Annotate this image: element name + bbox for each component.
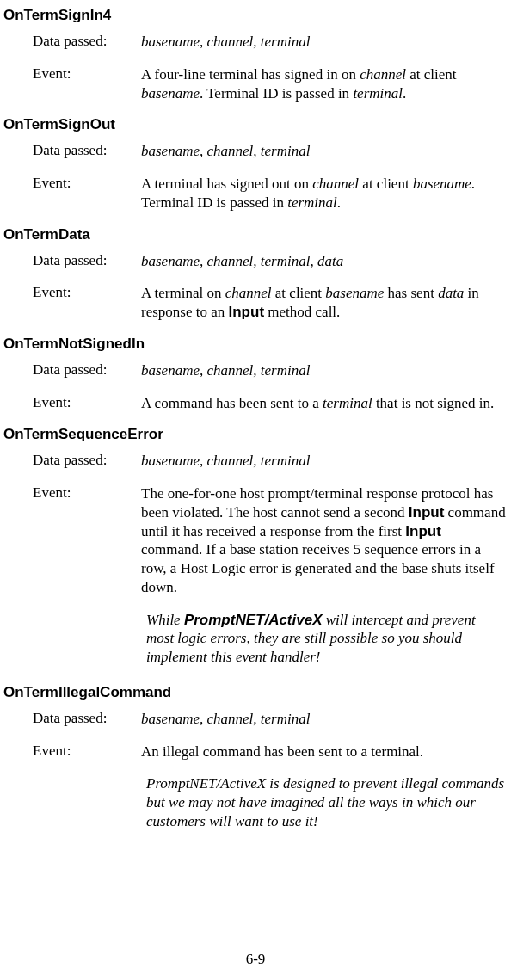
data-passed-label: Data passed: <box>33 252 141 271</box>
data-passed-row: Data passed:basename, channel, terminal <box>33 710 511 729</box>
data-passed-label: Data passed: <box>33 142 141 161</box>
data-passed-label: Data passed: <box>33 710 141 729</box>
data-passed-value: basename, channel, terminal <box>141 452 511 471</box>
data-passed-value: basename, channel, terminal <box>141 361 511 380</box>
section-title: OnTermSignIn4 <box>3 7 511 24</box>
data-passed-row: Data passed:basename, channel, terminal <box>33 33 511 52</box>
data-passed-label: Data passed: <box>33 33 141 52</box>
event-label: Event: <box>33 484 141 597</box>
data-passed-value: basename, channel, terminal, data <box>141 252 511 271</box>
section-title: OnTermData <box>3 226 511 243</box>
event-label: Event: <box>33 394 141 413</box>
event-label: Event: <box>33 65 141 103</box>
data-passed-row: Data passed:basename, channel, terminal <box>33 361 511 380</box>
data-passed-row: Data passed:basename, channel, terminal,… <box>33 252 511 271</box>
event-row: Event:The one-for-one host prompt/termin… <box>33 484 511 597</box>
event-value: The one-for-one host prompt/terminal res… <box>141 484 511 597</box>
event-value: A four-line terminal has signed in on ch… <box>141 65 511 103</box>
event-value: A terminal on channel at client basename… <box>141 284 511 322</box>
data-passed-value: basename, channel, terminal <box>141 33 511 52</box>
event-row: Event:A terminal on channel at client ba… <box>33 284 511 322</box>
data-passed-label: Data passed: <box>33 361 141 380</box>
event-label: Event: <box>33 175 141 213</box>
data-passed-row: Data passed:basename, channel, terminal <box>33 142 511 161</box>
event-row: Event:A four-line terminal has signed in… <box>33 65 511 103</box>
data-passed-row: Data passed:basename, channel, terminal <box>33 452 511 471</box>
section-title: OnTermIllegalCommand <box>3 684 511 701</box>
data-passed-value: basename, channel, terminal <box>141 142 511 161</box>
section-title: OnTermNotSignedIn <box>3 336 511 353</box>
event-label: Event: <box>33 743 141 761</box>
event-value: An illegal command has been sent to a te… <box>141 743 511 761</box>
event-note: PromptNET/ActiveX is designed to prevent… <box>146 774 506 830</box>
page-number: 6-9 <box>0 951 511 968</box>
event-row: Event:An illegal command has been sent t… <box>33 743 511 761</box>
event-row: Event:A command has been sent to a termi… <box>33 394 511 413</box>
section-title: OnTermSignOut <box>3 116 511 133</box>
event-value: A command has been sent to a terminal th… <box>141 394 511 413</box>
data-passed-label: Data passed: <box>33 452 141 471</box>
page: OnTermSignIn4Data passed:basename, chann… <box>0 7 511 980</box>
event-row: Event:A terminal has signed out on chann… <box>33 175 511 213</box>
event-value: A terminal has signed out on channel at … <box>141 175 511 213</box>
data-passed-value: basename, channel, terminal <box>141 710 511 729</box>
section-title: OnTermSequenceError <box>3 426 511 443</box>
event-note: While PromptNET/ActiveX will intercept a… <box>146 611 506 667</box>
event-label: Event: <box>33 284 141 322</box>
